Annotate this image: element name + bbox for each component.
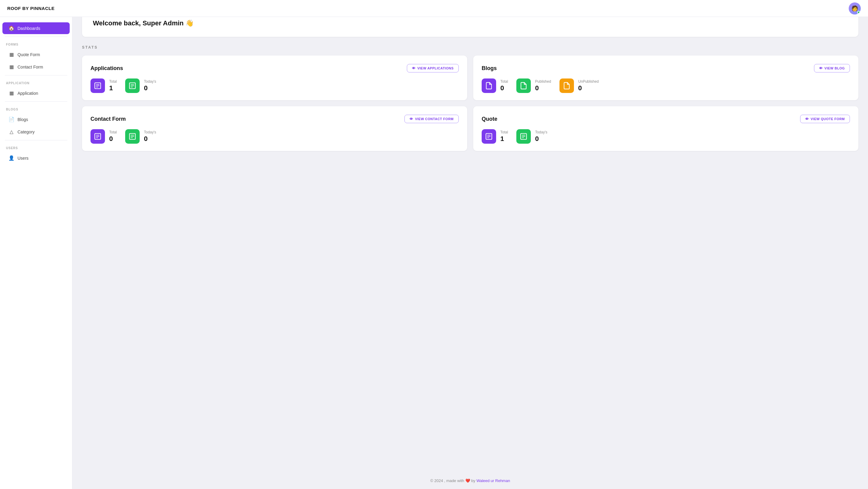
quote-todays-metric: Today's 0	[516, 129, 547, 144]
sidebar-divider-3	[5, 102, 67, 102]
quote-total-metric: Total 1	[482, 129, 508, 144]
stat-card-blogs: Blogs 👁 VIEW BLOG Total 0	[473, 56, 858, 100]
blogs-metrics: Total 0 Published 0	[482, 79, 850, 93]
view-applications-button[interactable]: 👁 VIEW APPLICATIONS	[407, 64, 459, 73]
contact-form-todays-label: Today's	[144, 130, 156, 134]
category-icon: △	[8, 129, 14, 135]
stat-title-blogs: Blogs	[482, 65, 497, 71]
contact-form-todays-metric: Today's 0	[125, 129, 156, 144]
quote-total-value: 1	[500, 135, 508, 143]
stat-card-header-applications: Applications 👁 VIEW APPLICATIONS	[91, 64, 459, 73]
applications-todays-icon	[125, 79, 140, 93]
stat-card-applications: Applications 👁 VIEW APPLICATIONS Total 1	[82, 56, 467, 100]
applications-total-label: Total	[109, 79, 117, 84]
quote-form-icon: ▦	[8, 52, 14, 57]
applications-todays-label: Today's	[144, 79, 156, 84]
contact-form-todays-value: 0	[144, 135, 156, 143]
stat-card-header-quote: Quote 👁 VIEW QUOTE FORM	[482, 115, 850, 123]
quote-todays-info: Today's 0	[535, 130, 547, 143]
contact-form-total-label: Total	[109, 130, 117, 134]
stat-card-quote: Quote 👁 VIEW QUOTE FORM Total 1	[473, 106, 858, 151]
view-contact-form-label: VIEW CONTACT FORM	[415, 117, 454, 121]
sidebar-item-dashboards[interactable]: 🏠 Dashboards	[2, 22, 70, 34]
sidebar-divider-4	[5, 140, 67, 140]
contact-form-todays-icon	[125, 129, 140, 144]
avatar[interactable]: 🧑	[849, 2, 861, 15]
quote-todays-icon	[516, 129, 531, 144]
quote-todays-label: Today's	[535, 130, 547, 134]
blogs-total-value: 0	[500, 84, 508, 92]
main-content: Welcome back, Super Admin 👋 STATS Applic…	[72, 0, 868, 472]
sidebar: 🏠 Dashboards FORMS ▦ Quote Form ▦ Contac…	[0, 17, 72, 489]
blogs-unpublished-icon	[559, 79, 574, 93]
applications-total-icon	[91, 79, 105, 93]
view-blog-label: VIEW BLOG	[825, 66, 845, 70]
section-label-application: APPLICATION	[0, 78, 72, 87]
contact-form-total-value: 0	[109, 135, 117, 143]
sidebar-category-label: Category	[18, 130, 35, 134]
blogs-published-info: Published 0	[535, 79, 551, 92]
footer-text-prefix: © 2024 , made with	[430, 479, 464, 483]
stat-title-quote: Quote	[482, 116, 497, 122]
applications-todays-info: Today's 0	[144, 79, 156, 92]
sidebar-quote-form-label: Quote Form	[18, 52, 40, 57]
users-icon: 👤	[8, 155, 14, 161]
section-label-blogs: BLOGS	[0, 104, 72, 113]
application-icon: ▦	[8, 90, 14, 96]
stat-title-contact-form: Contact Form	[91, 116, 126, 122]
view-contact-form-button[interactable]: 👁 VIEW CONTACT FORM	[404, 115, 459, 123]
stat-card-header-blogs: Blogs 👁 VIEW BLOG	[482, 64, 850, 73]
view-quote-form-button[interactable]: 👁 VIEW QUOTE FORM	[800, 115, 850, 123]
footer-author-name: Waleed ur Rehman	[476, 479, 510, 483]
view-blog-button[interactable]: 👁 VIEW BLOG	[814, 64, 850, 73]
sidebar-item-category[interactable]: △ Category	[2, 126, 70, 138]
eye-icon-applications: 👁	[412, 66, 415, 70]
topbar: ROOF BY PINNACLE 🧑	[0, 0, 868, 17]
blogs-published-metric: Published 0	[516, 79, 551, 93]
contact-form-icon: ▦	[8, 64, 14, 70]
sidebar-item-quote-form[interactable]: ▦ Quote Form	[2, 49, 70, 60]
contact-form-metrics: Total 0 Today's 0	[91, 129, 459, 144]
blogs-published-icon	[516, 79, 531, 93]
blogs-total-label: Total	[500, 79, 508, 84]
sidebar-blogs-label: Blogs	[18, 117, 28, 122]
applications-metrics: Total 1 Today's 0	[91, 79, 459, 93]
view-quote-form-label: VIEW QUOTE FORM	[811, 117, 845, 121]
quote-todays-value: 0	[535, 135, 547, 143]
sidebar-contact-form-label: Contact Form	[18, 65, 43, 69]
dashboard-icon: 🏠	[8, 25, 14, 31]
applications-todays-value: 0	[144, 84, 156, 92]
quote-metrics: Total 1 Today's 0	[482, 129, 850, 144]
blogs-total-metric: Total 0	[482, 79, 508, 93]
quote-total-label: Total	[500, 130, 508, 134]
blogs-total-info: Total 0	[500, 79, 508, 92]
section-label-forms: FORMS	[0, 39, 72, 48]
blogs-icon: 📄	[8, 116, 14, 122]
footer-heart: ❤️	[465, 479, 471, 483]
contact-form-total-icon	[91, 129, 105, 144]
sidebar-item-users[interactable]: 👤 Users	[2, 152, 70, 164]
footer-author-link[interactable]: Waleed ur Rehman	[476, 479, 510, 483]
stat-title-applications: Applications	[91, 65, 123, 71]
sidebar-users-label: Users	[18, 156, 29, 161]
stats-grid: Applications 👁 VIEW APPLICATIONS Total 1	[82, 56, 858, 151]
applications-todays-metric: Today's 0	[125, 79, 156, 93]
applications-total-value: 1	[109, 84, 117, 92]
app-logo: ROOF BY PINNACLE	[7, 6, 55, 11]
sidebar-dashboards-label: Dashboards	[18, 26, 40, 31]
stat-card-header-contact-form: Contact Form 👁 VIEW CONTACT FORM	[91, 115, 459, 123]
sidebar-item-blogs[interactable]: 📄 Blogs	[2, 114, 70, 125]
sidebar-application-label: Application	[18, 91, 38, 96]
eye-icon-contact-form: 👁	[409, 117, 413, 121]
eye-icon-blogs: 👁	[819, 66, 823, 70]
quote-total-icon	[482, 129, 496, 144]
sidebar-divider-1	[5, 36, 67, 37]
view-applications-label: VIEW APPLICATIONS	[417, 66, 454, 70]
eye-icon-quote: 👁	[805, 117, 809, 121]
quote-total-info: Total 1	[500, 130, 508, 143]
contact-form-total-metric: Total 0	[91, 129, 117, 144]
sidebar-item-application[interactable]: ▦ Application	[2, 87, 70, 99]
blogs-unpublished-label: UnPublished	[578, 79, 599, 84]
sidebar-item-contact-form[interactable]: ▦ Contact Form	[2, 61, 70, 73]
blogs-unpublished-metric: UnPublished 0	[559, 79, 599, 93]
